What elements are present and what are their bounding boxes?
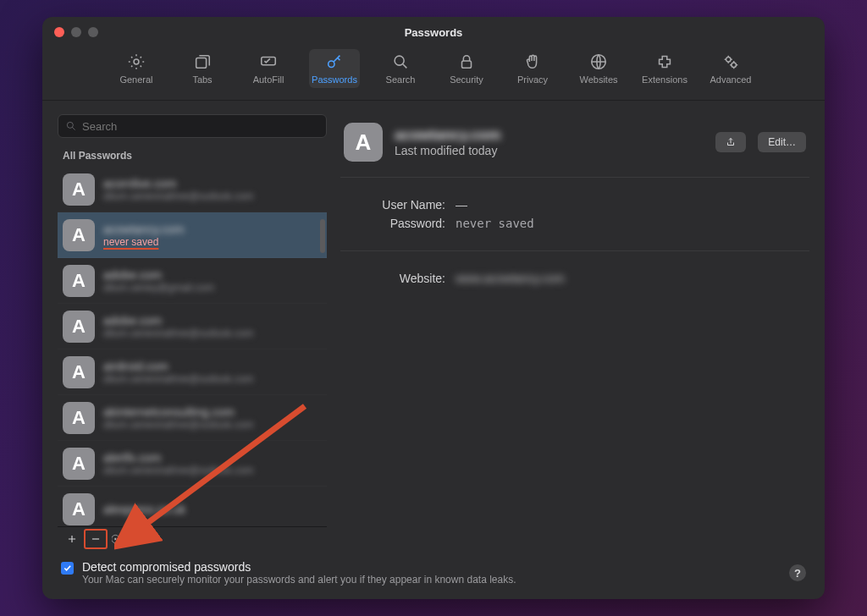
tab-advanced[interactable]: Advanced (705, 49, 756, 88)
list-avatar: A (63, 493, 95, 525)
checkbox-description: Your Mac can securely monitor your passw… (82, 574, 781, 586)
list-item-sub: dilum.seney@gmail.com (103, 282, 322, 294)
list-item-sub: dilum.senevirathne@outlook.com (103, 373, 322, 385)
gear-icon (127, 52, 146, 71)
tab-label: Search (386, 74, 416, 85)
list-header: All Passwords (58, 145, 327, 167)
list-item[interactable]: Aacowtancy.comnever saved (58, 212, 327, 258)
content-body: All Passwords Aacornlive.comdilum.senevi… (42, 101, 825, 550)
svg-point-12 (119, 538, 121, 540)
detail-subtitle: Last modified today (395, 144, 704, 157)
add-button[interactable] (61, 530, 83, 548)
field-website: Website: www.acowtancy.com (344, 272, 806, 285)
tab-label: Privacy (517, 74, 548, 85)
share-button[interactable] (715, 132, 746, 152)
field-username: User Name: — (344, 198, 806, 212)
search-icon (65, 120, 77, 132)
tab-general[interactable]: General (111, 49, 162, 88)
tab-passwords[interactable]: Passwords (309, 49, 360, 88)
window-title: Passwords (405, 26, 463, 39)
list-item-site: adobe.com (103, 314, 322, 327)
list-avatar: A (63, 402, 95, 434)
minus-icon (90, 533, 102, 545)
search-field[interactable] (58, 114, 327, 138)
list-avatar: A (63, 265, 95, 297)
tab-label: Advanced (710, 74, 752, 85)
list-item-sub: never saved (103, 236, 322, 248)
list-item[interactable]: Aalertfx.comdilum.senevirathne@outlook.c… (58, 441, 327, 487)
tab-search[interactable]: Search (375, 49, 426, 88)
list-item[interactable]: Aadobe.comdilum.senevirathne@outlook.com (58, 304, 327, 349)
list-item-site: acowtancy.com (103, 223, 322, 236)
list-avatar: A (63, 356, 95, 388)
list-item-site: acornlive.com (103, 177, 322, 190)
password-list[interactable]: Aacornlive.comdilum.senevirathne@outlook… (58, 167, 327, 526)
window-footer: Detect compromised passwords Your Mac ca… (42, 550, 825, 599)
extensions-icon (655, 52, 674, 71)
minimize-window-icon[interactable] (71, 27, 81, 37)
list-avatar: A (63, 311, 95, 343)
list-item-sub: dilum.senevirathne@outlook.com (103, 327, 322, 339)
list-item[interactable]: Aacornlive.comdilum.senevirathne@outlook… (58, 167, 327, 212)
hand-icon (523, 52, 542, 71)
help-button[interactable]: ? (789, 564, 806, 581)
search-icon (391, 52, 410, 71)
tab-label: Passwords (312, 74, 357, 85)
detail-fields: User Name: — Password: never saved (340, 178, 809, 251)
search-input[interactable] (82, 120, 319, 133)
list-item[interactable]: Aadobe.comdilum.seney@gmail.com (58, 258, 327, 304)
list-item[interactable]: Aalexpress.co.uk (58, 487, 327, 526)
detect-checkbox[interactable] (61, 562, 74, 575)
remove-button[interactable] (85, 530, 107, 548)
field-value[interactable]: — (456, 198, 806, 212)
preferences-toolbar: General Tabs AutoFill Passwords Search S… (42, 42, 825, 101)
field-password: Password: never saved (344, 217, 806, 230)
svg-point-4 (395, 56, 404, 65)
tab-label: Tabs (192, 74, 212, 85)
tab-extensions[interactable]: Extensions (639, 49, 690, 88)
list-avatar: A (63, 448, 95, 480)
preferences-window: Passwords General Tabs AutoFill Password… (42, 17, 825, 599)
tab-label: Extensions (642, 74, 688, 85)
list-avatar: A (63, 173, 95, 206)
tab-label: AutoFill (253, 74, 284, 85)
check-icon (63, 564, 72, 573)
list-item-site: adobe.com (103, 268, 322, 282)
tab-label: Security (450, 74, 483, 85)
tab-privacy[interactable]: Privacy (507, 49, 558, 88)
more-button[interactable] (108, 530, 130, 548)
list-item-sub: dilum.senevirathne@outlook.com (103, 190, 322, 202)
field-value[interactable]: www.acowtancy.com (456, 272, 806, 285)
gears-icon (721, 52, 740, 71)
tab-websites[interactable]: Websites (573, 49, 624, 88)
svg-point-7 (726, 58, 732, 63)
list-avatar: A (63, 219, 95, 251)
detail-header: A acowtancy.com Last modified today Edit… (340, 114, 809, 178)
svg-point-10 (115, 538, 117, 540)
tab-label: General (119, 74, 152, 85)
title-bar: Passwords (42, 17, 825, 42)
zoom-window-icon[interactable] (88, 27, 98, 37)
detail-avatar: A (344, 123, 383, 162)
lock-icon (457, 52, 476, 71)
share-icon (726, 136, 736, 148)
tab-label: Websites (579, 74, 617, 85)
svg-point-3 (329, 61, 334, 67)
tab-security[interactable]: Security (441, 49, 492, 88)
field-value[interactable]: never saved (456, 217, 806, 230)
close-window-icon[interactable] (54, 27, 64, 37)
key-icon (325, 52, 344, 71)
field-label: User Name: (344, 198, 445, 212)
list-item-site: akinternetconsulting.com (103, 405, 322, 419)
edit-button[interactable]: Edit… (758, 132, 806, 152)
list-item[interactable]: Aakinternetconsulting.comdilum.senevirat… (58, 395, 327, 441)
svg-point-8 (732, 63, 737, 68)
list-item-sub: dilum.senevirathne@outlook.com (103, 465, 322, 476)
tab-tabs[interactable]: Tabs (177, 49, 228, 88)
sidebar-panel: All Passwords Aacornlive.comdilum.senevi… (58, 114, 327, 550)
tab-autofill[interactable]: AutoFill (243, 49, 294, 88)
detail-website: Website: www.acowtancy.com (340, 251, 809, 305)
list-item[interactable]: Aairdroid.comdilum.senevirathne@outlook.… (58, 349, 327, 395)
globe-icon (589, 52, 608, 71)
list-footer-bar (58, 526, 327, 550)
